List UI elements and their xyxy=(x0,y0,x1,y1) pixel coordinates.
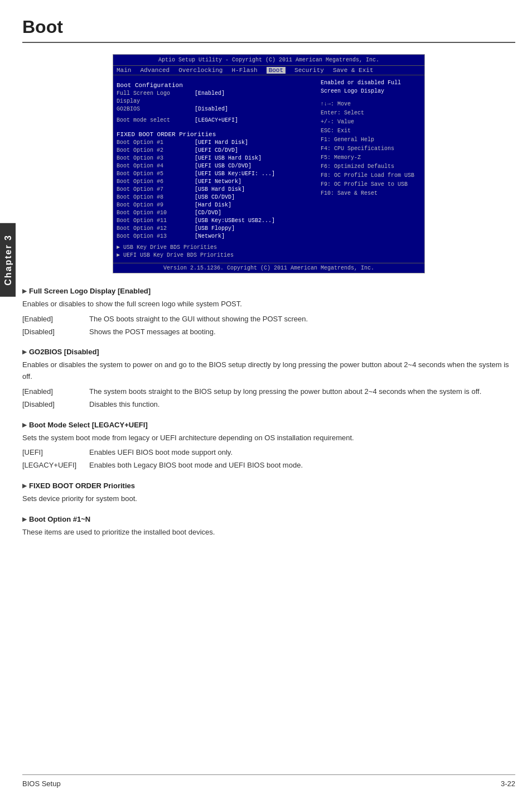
bios-row-boot12: Boot Option #12 [USB Floppy] xyxy=(117,225,316,233)
bios-title-bar: Aptio Setup Utility - Copyright (C) 2011… xyxy=(113,55,424,66)
bios-row-boot3: Boot Option #3 [UEFI USB Hard Disk] xyxy=(117,155,316,162)
doc-heading-fixed-boot: FIXED BOOT ORDER Priorities xyxy=(22,482,515,490)
bios-row-boot11: Boot Option #11 [USB Key:USBest USB2...] xyxy=(117,217,316,225)
doc-section-bootmode: Boot Mode Select [LEGACY+UEFI] Sets the … xyxy=(22,421,515,471)
doc-section-boot-option: Boot Option #1~N These items are used to… xyxy=(22,515,515,538)
bios-row-boot10: Boot Option #10 [CD/DVD] xyxy=(117,209,316,217)
bios-menu-bar: Main Advanced Overclocking H-Flash Boot … xyxy=(113,66,424,75)
bios-key-f10: F10: Save & Reset xyxy=(321,189,421,198)
doc-item-enabled-fullscreen: [Enabled] The OS boots straight to the G… xyxy=(22,314,515,325)
bios-key-move: ↑↓→: Move xyxy=(321,100,421,109)
footer-left: BIOS Setup xyxy=(22,779,61,788)
chapter-tab: Chapter 3 xyxy=(0,223,16,297)
bios-row-boot1: Boot Option #1 [UEFI Hard Disk] xyxy=(117,139,316,147)
bios-row-boot9: Boot Option #9 [Hard Disk] xyxy=(117,201,316,209)
bios-row-go2bios: GO2BIOS [Disabled] xyxy=(117,105,316,113)
bios-row-fullscreen: Full Screen Logo Display [Enabled] xyxy=(117,90,316,105)
doc-item-enabled-go2bios: [Enabled] The system boots straight to t… xyxy=(22,386,515,398)
bios-key-f4: F4: CPU Specifications xyxy=(321,145,421,153)
bios-key-f1: F1: General Help xyxy=(321,136,421,145)
doc-heading-boot-option: Boot Option #1~N xyxy=(22,515,515,523)
doc-para-fixed-boot: Sets device priority for system boot. xyxy=(22,493,515,505)
doc-item-disabled-go2bios: [Disabled] Disables this function. xyxy=(22,399,515,411)
bios-section-boot-config: Boot Configuration xyxy=(117,82,316,89)
bios-key-help: ↑↓→: Move Enter: Select +/-: Value ESC: … xyxy=(321,100,421,198)
bios-menu-main: Main xyxy=(117,67,131,74)
bios-key-f9: F9: OC Profile Save to USB xyxy=(321,180,421,189)
doc-item-disabled-fullscreen: [Disabled] Shows the POST messages at bo… xyxy=(22,326,515,338)
doc-heading-bootmode: Boot Mode Select [LEGACY+UEFI] xyxy=(22,421,515,429)
bios-help-text: Enabled or disabled Full Screen Logo Dis… xyxy=(321,79,421,95)
bios-help-title: Enabled or disabled Full Screen Logo Dis… xyxy=(321,79,421,95)
doc-para-go2bios: Enables or disables the system to power … xyxy=(22,359,515,383)
page-footer: BIOS Setup 3-22 xyxy=(22,774,515,788)
bios-section-fixed-boot: FIXED BOOT ORDER Priorities xyxy=(117,131,316,138)
bios-menu-boot: Boot xyxy=(267,67,286,74)
footer-right: 3-22 xyxy=(501,779,515,788)
bios-key-value: +/-: Value xyxy=(321,118,421,127)
doc-para-bootmode: Sets the system boot mode from legacy or… xyxy=(22,432,515,444)
bios-left-panel: Boot Configuration Full Screen Logo Disp… xyxy=(117,79,316,259)
bios-menu-overclocking: Overclocking xyxy=(178,67,223,74)
doc-heading-fullscreen: Full Screen Logo Display [Enabled] xyxy=(22,287,515,295)
bios-screenshot: Aptio Setup Utility - Copyright (C) 2011… xyxy=(113,54,425,273)
bios-key-select: Enter: Select xyxy=(321,109,421,118)
bios-row-boot4: Boot Option #4 [UEFI USB CD/DVD] xyxy=(117,162,316,170)
doc-section-fullscreen: Full Screen Logo Display [Enabled] Enabl… xyxy=(22,287,515,338)
bios-key-f6: F6: Optimized Defaults xyxy=(321,162,421,171)
bios-right-panel: Enabled or disabled Full Screen Logo Dis… xyxy=(321,79,421,259)
doc-section-fixed-boot: FIXED BOOT ORDER Priorities Sets device … xyxy=(22,482,515,505)
bios-menu-security: Security xyxy=(294,67,324,74)
bios-menu-save-exit: Save & Exit xyxy=(333,67,374,74)
bios-footer: Version 2.15.1236. Copyright (C) 2011 Am… xyxy=(113,263,424,273)
bios-key-exit: ESC: Exit xyxy=(321,127,421,136)
bios-body: Boot Configuration Full Screen Logo Disp… xyxy=(113,75,424,263)
bios-row-boot8: Boot Option #8 [USB CD/DVD] xyxy=(117,194,316,201)
doc-section-go2bios: GO2BIOS [Disabled] Enables or disables t… xyxy=(22,348,515,410)
bios-menu-advanced: Advanced xyxy=(140,67,170,74)
bios-row-boot7: Boot Option #7 [USB Hard Disk] xyxy=(117,186,316,194)
bios-row-boot6: Boot Option #6 [UEFI Network] xyxy=(117,178,316,186)
bios-key-f5: F5: Memory-Z xyxy=(321,153,421,162)
bios-row-boot13: Boot Option #13 [Network] xyxy=(117,233,316,240)
bios-submenu-usb: ► USB Key Drive BDS Priorities xyxy=(117,244,316,252)
bios-submenu-uefi-usb: ► UEFI USB Key Drive BDS Priorities xyxy=(117,252,316,259)
bios-key-f8: F8: OC Profile Load from USB xyxy=(321,171,421,180)
bios-menu-hflash: H-Flash xyxy=(231,67,257,74)
doc-heading-go2bios: GO2BIOS [Disabled] xyxy=(22,348,515,356)
page-title: Boot xyxy=(22,17,515,43)
doc-item-uefi: [UEFI] Enables UEFI BIOS boot mode suppo… xyxy=(22,447,515,459)
bios-row-bootmode: Boot mode select [LEGACY+UEFI] xyxy=(117,117,316,124)
bios-row-boot2: Boot Option #2 [UEFI CD/DVD] xyxy=(117,147,316,155)
bios-row-boot5: Boot Option #5 [UEFI USB Key:UEFI: ...] xyxy=(117,170,316,178)
doc-item-legacy-uefi: [LEGACY+UEFI] Enables both Legacy BIOS b… xyxy=(22,460,515,471)
doc-para-fullscreen: Enables or disables to show the full scr… xyxy=(22,299,515,310)
doc-para-boot-option: These items are used to prioritize the i… xyxy=(22,527,515,538)
